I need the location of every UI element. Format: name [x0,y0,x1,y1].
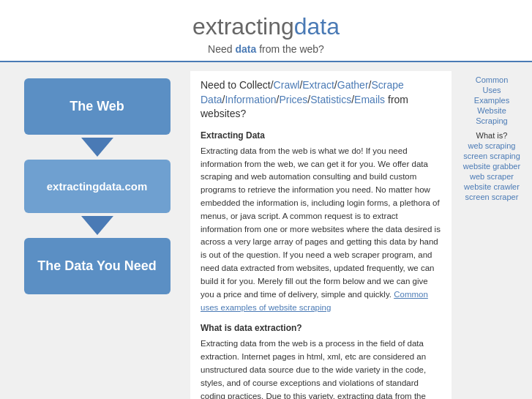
arrow-down-2 [81,216,113,235]
flow-box-web: The Web [24,78,171,135]
flow-box-web-label: The Web [70,99,124,113]
link-prices[interactable]: Prices [279,94,307,105]
flow-box-data: The Data You Need [24,238,171,294]
headline: Need to Collect/Crawl/Extract/Gather/Scr… [201,78,441,122]
link-crawl[interactable]: Crawl [274,79,300,91]
left-panel: The Web extractingdata.com The Data You … [0,71,190,399]
sidebar-link-screen-scraping[interactable]: screen scraping [456,152,528,160]
sidebar-link-uses[interactable]: Uses [456,86,528,94]
what-is-label: What is? [456,131,528,140]
sidebar-top-links: Common Uses Examples Website Scraping [456,75,528,125]
arrow-down-1 [81,138,113,157]
sidebar-link-common[interactable]: Common [456,75,528,84]
sidebar-link-website-grabber[interactable]: website grabber [456,162,528,171]
sidebar-what-is: What is? web scraping screen scraping we… [456,131,528,201]
main-layout: The Web extractingdata.com The Data You … [0,62,532,399]
link-statistics[interactable]: Statistics [310,94,351,105]
center-content: Need to Collect/Crawl/Extract/Gather/Scr… [190,71,452,399]
site-title: extractingdata [0,13,532,40]
sidebar-link-website-crawler[interactable]: website crawler [456,182,528,191]
sidebar-link-examples[interactable]: Examples [456,96,528,105]
title-blue: data [294,13,340,40]
sidebar-link-website[interactable]: Website [456,106,528,115]
flow-box-site: extractingdata.com [24,160,171,213]
common-uses-link[interactable]: Common uses examples of website scraping [201,290,428,312]
link-emails[interactable]: Emails [354,94,385,105]
link-information[interactable]: Information [225,94,276,105]
tagline: Need data from the web? [0,43,532,55]
section1-title: Extracting Data [201,129,441,142]
sidebar-link-scraping[interactable]: Scraping [456,116,528,125]
link-gather[interactable]: Gather [337,79,369,91]
flow-box-site-label: extractingdata.com [47,180,148,193]
tagline-data: data [235,43,256,55]
section1-body: Extracting data from the web is what we … [201,145,441,315]
section2-title: What is data extraction? [201,321,441,335]
section2-body: Extracting data from the web is a proces… [201,338,441,399]
sidebar-link-web-scraper[interactable]: web scraper [456,172,528,181]
link-extract[interactable]: Extract [302,79,334,91]
title-gray: extracting [192,13,294,40]
tagline-before: Need [208,43,235,55]
site-header: extractingdata Need data from the web? [0,0,532,62]
sidebar-link-screen-scraper[interactable]: screen scraper [456,193,528,201]
sidebar-link-web-scraping[interactable]: web scraping [456,141,528,150]
flow-box-data-label: The Data You Need [37,258,156,273]
right-sidebar: Common Uses Examples Website Scraping Wh… [452,71,532,399]
tagline-after: from the web? [256,43,324,55]
